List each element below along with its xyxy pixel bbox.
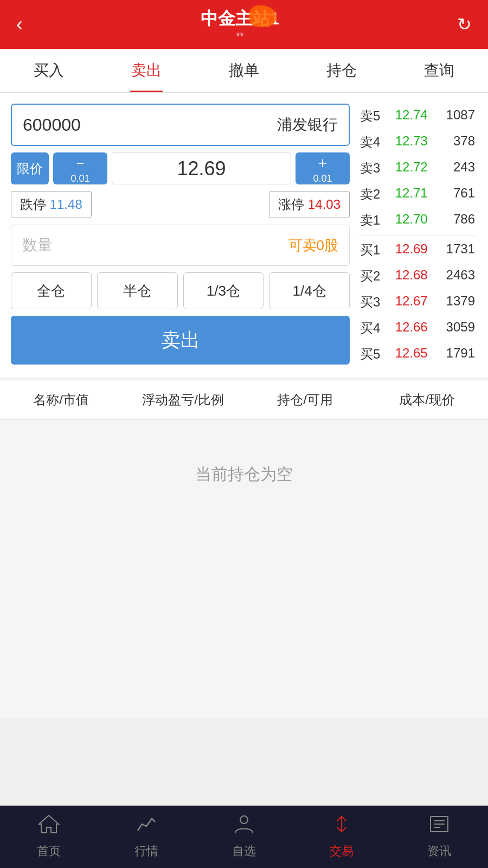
tab-cancel[interactable]: 撤单	[195, 49, 293, 92]
ob-sell-3: 卖3 12.72 243	[358, 156, 477, 181]
price-input[interactable]: 12.69	[112, 152, 291, 184]
chart-icon	[136, 814, 157, 839]
price-type-label: 限价	[11, 152, 49, 184]
stock-name: 浦发银行	[277, 114, 338, 135]
ob-sell-1: 卖1 12.70 786	[358, 208, 477, 233]
tab-bar: 买入 卖出 撤单 持仓 查询	[0, 49, 488, 93]
ob-buy-1: 买1 12.69 1731	[358, 238, 477, 263]
refresh-button[interactable]: ↻	[457, 14, 472, 35]
ob-buy-2: 买2 12.68 2463	[358, 264, 477, 289]
nav-watchlist[interactable]: 自选	[195, 806, 293, 868]
stock-code: 600000	[23, 115, 81, 135]
nav-market[interactable]: 行情	[98, 806, 195, 868]
person-icon	[233, 814, 255, 839]
bottom-nav: 首页 行情 自选 交易	[0, 806, 488, 868]
nav-trade[interactable]: 交易	[293, 806, 390, 868]
holdings-col-position: 持仓/可用	[244, 380, 366, 419]
trade-icon	[331, 814, 352, 839]
header-subtitle: **	[236, 31, 243, 42]
nav-trade-label: 交易	[330, 843, 354, 859]
trade-form: 600000 浦发银行 限价 － 0.01 12.69 ＋ 0.01 跌停 11…	[11, 104, 350, 367]
sell-button[interactable]: 卖出	[11, 316, 350, 365]
home-icon	[38, 814, 60, 839]
svg-point-0	[240, 816, 248, 824]
fraction-buttons: 全仓 半仓 1/3仓 1/4仓	[11, 272, 350, 309]
nav-home[interactable]: 首页	[0, 806, 98, 868]
holdings-header: 名称/市值 浮动盈亏/比例 持仓/可用 成本/现价	[0, 380, 488, 420]
nav-news[interactable]: 资讯	[390, 806, 488, 868]
holdings-col-price: 成本/现价	[366, 380, 488, 419]
header: ‹ 中金主站1 ** ↻	[0, 0, 488, 49]
price-plus-button[interactable]: ＋ 0.01	[296, 152, 350, 184]
tab-buy[interactable]: 买入	[0, 49, 98, 92]
stop-down-badge: 跌停 11.48	[11, 191, 92, 218]
quantity-input[interactable]: 数量 可卖0股	[11, 225, 350, 266]
holdings-empty-text: 当前持仓为空	[195, 463, 293, 486]
price-row: 限价 － 0.01 12.69 ＋ 0.01	[11, 152, 350, 184]
ob-sell-2: 卖2 12.71 761	[358, 182, 477, 207]
back-button[interactable]: ‹	[16, 13, 23, 36]
nav-news-label: 资讯	[427, 843, 451, 859]
header-stamp-decoration	[249, 5, 277, 27]
ob-buy-5: 买5 12.65 1791	[358, 342, 477, 367]
tab-position[interactable]: 持仓	[293, 49, 390, 92]
nav-market-label: 行情	[134, 843, 158, 859]
ob-buy-4: 买4 12.66 3059	[358, 316, 477, 341]
ob-sell-4: 卖4 12.73 378	[358, 130, 477, 155]
order-book: 卖5 12.74 1087 卖4 12.73 378 卖3 12.72 243 …	[358, 104, 477, 367]
price-minus-button[interactable]: － 0.01	[53, 152, 107, 184]
main-content: 600000 浦发银行 限价 － 0.01 12.69 ＋ 0.01 跌停 11…	[0, 93, 488, 378]
header-center: 中金主站1 **	[201, 7, 280, 42]
holdings-col-name: 名称/市值	[0, 380, 122, 419]
ob-divider	[358, 235, 477, 235]
full-position-button[interactable]: 全仓	[11, 272, 92, 309]
one-quarter-position-button[interactable]: 1/4仓	[269, 272, 350, 309]
one-third-position-button[interactable]: 1/3仓	[183, 272, 264, 309]
holdings-col-pnl: 浮动盈亏/比例	[122, 380, 244, 419]
tab-query[interactable]: 查询	[390, 49, 488, 92]
nav-home-label: 首页	[37, 843, 61, 859]
stop-up-badge: 涨停 14.03	[269, 191, 350, 218]
stock-input-box[interactable]: 600000 浦发银行	[11, 104, 350, 146]
nav-watchlist-label: 自选	[232, 843, 256, 859]
holdings-empty-area: 当前持仓为空	[0, 420, 488, 718]
news-icon	[428, 814, 450, 839]
tab-sell[interactable]: 卖出	[98, 49, 195, 92]
ob-sell-5: 卖5 12.74 1087	[358, 104, 477, 129]
stop-row: 跌停 11.48 涨停 14.03	[11, 191, 350, 218]
ob-buy-3: 买3 12.67 1379	[358, 290, 477, 315]
half-position-button[interactable]: 半仓	[97, 272, 178, 309]
